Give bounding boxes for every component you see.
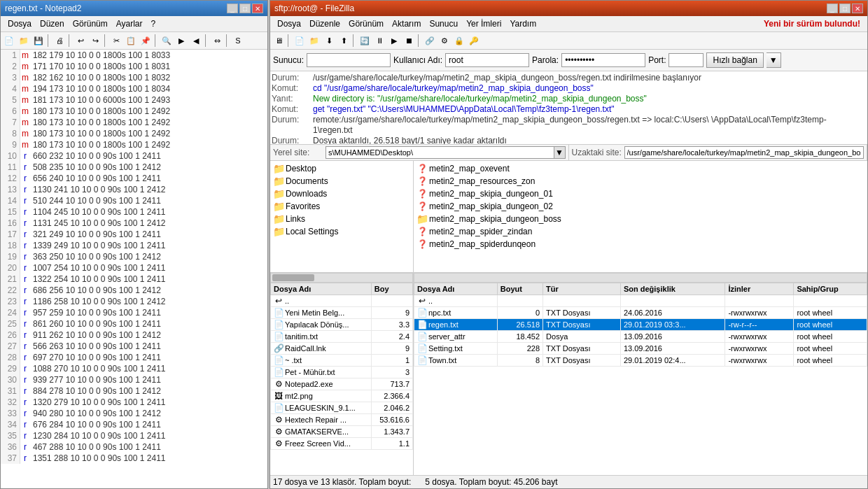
remote-tree-item[interactable]: ❓ metin2_map_spiderdunqeon	[415, 238, 866, 250]
kullanici-input[interactable]	[445, 53, 529, 67]
new-btn[interactable]: 📄	[2, 34, 16, 48]
remote-file-row[interactable]: ↩..	[414, 295, 867, 307]
remote-tree-item[interactable]: ❓ metin2_map_skipia_dungeon_02	[415, 200, 866, 213]
quickconn-button[interactable]: Hızlı bağlan	[706, 52, 763, 68]
fz-tb10[interactable]: ⚙	[438, 34, 451, 48]
remote-col-name[interactable]: Dosya Adı	[414, 283, 498, 295]
local-file-row[interactable]: 📄Pet - Mühür.txt 3	[271, 367, 413, 378]
close-button[interactable]: ✕	[252, 3, 263, 13]
parola-input[interactable]	[561, 53, 645, 67]
maximize-button[interactable]: □	[239, 3, 251, 13]
local-tree-item[interactable]: 📁 Documents	[272, 175, 412, 187]
fz-close-button[interactable]: ✕	[852, 3, 863, 13]
quickconn-dropdown[interactable]: ▼	[766, 52, 781, 68]
remote-tree[interactable]: ❓ metin2_map_oxevent ❓ metin2_map_resour…	[414, 161, 867, 273]
open-btn[interactable]: 📁	[17, 34, 31, 48]
remote-tree-item[interactable]: ❓ metin2_map_skipia_dungeon_01	[415, 187, 866, 200]
local-tree-item[interactable]: 📁 Links	[272, 213, 412, 225]
remote-file-row[interactable]: 📄server_attr 18.452 Dosya 13.09.2016 -rw…	[414, 331, 867, 343]
remote-tree-scrollbar[interactable]	[414, 273, 867, 283]
fz-tb8[interactable]: ⏹	[402, 34, 416, 48]
fz-tb1[interactable]: 📄	[293, 34, 307, 48]
fz-tb5[interactable]: 🔄	[358, 34, 372, 48]
remote-col-size[interactable]: Boyut	[497, 283, 542, 295]
fz-tb12[interactable]: 🔑	[467, 34, 481, 48]
save-btn[interactable]: 💾	[31, 34, 46, 48]
fz-menu-transfer[interactable]: Aktarım	[388, 17, 425, 30]
remote-tree-item[interactable]: ❓ metin2_map_spider_zindan	[415, 225, 866, 238]
local-file-row[interactable]: 📄Yapılacak Dönüş... 3.3	[271, 319, 413, 331]
paste-btn[interactable]: 📌	[139, 34, 153, 48]
fz-maximize-button[interactable]: □	[839, 3, 850, 13]
fz-menu-file[interactable]: Dosya	[273, 17, 305, 30]
remote-tree-item[interactable]: ❓ metin2_map_resources_zon	[415, 175, 866, 187]
local-tree[interactable]: 📁 Desktop 📁 Documents 📁 Downloads 📁 Favo…	[270, 161, 413, 273]
fz-tb2[interactable]: 📁	[307, 34, 321, 48]
fz-minimize-button[interactable]: _	[827, 3, 838, 13]
local-file-row[interactable]: 🔗RaidCall.lnk 9	[271, 343, 413, 355]
cut-btn[interactable]: ✂	[109, 34, 123, 48]
remote-file-row[interactable]: 📄Town.txt 8 TXT Dosyası 29.01.2019 02:4.…	[414, 355, 867, 367]
remote-files[interactable]: Dosya Adı Boyut Tür Son değişiklik İzinl…	[414, 283, 867, 475]
local-file-row[interactable]: ⚙Notepad2.exe 713.7	[271, 378, 413, 390]
findnext-btn[interactable]: ▶	[174, 34, 188, 48]
remote-col-type[interactable]: Tür	[543, 283, 621, 295]
fz-menu-bookmarks[interactable]: Yer İmleri	[462, 17, 505, 30]
menu-settings[interactable]: Ayarlar	[112, 17, 147, 30]
local-col-name[interactable]: Dosya Adı	[271, 283, 372, 295]
find-btn[interactable]: 🔍	[160, 34, 174, 48]
remote-col-date[interactable]: Son değişiklik	[620, 283, 725, 295]
port-input[interactable]	[668, 53, 704, 67]
remote-col-perm[interactable]: İzinler	[725, 283, 794, 295]
minimize-button[interactable]: _	[227, 3, 238, 13]
menu-help[interactable]: ?	[147, 17, 160, 30]
fz-menu-help[interactable]: Yardım	[505, 17, 540, 30]
local-tree-item[interactable]: 📁 Favorites	[272, 200, 412, 213]
remote-tree-item[interactable]: 📁 metin2_map_skipia_dungeon_boss	[415, 213, 866, 225]
fz-menu-server[interactable]: Sunucu	[425, 17, 462, 30]
remote-site-input[interactable]	[624, 146, 864, 159]
local-tree-item[interactable]: 📁 Local Settings	[272, 225, 412, 238]
fz-tb11[interactable]: 🔒	[452, 34, 466, 48]
local-site-input[interactable]	[326, 146, 554, 159]
local-tree-item[interactable]: 📁 Desktop	[272, 162, 412, 175]
copy-btn[interactable]: 📋	[124, 34, 138, 48]
findprev-btn[interactable]: ◀	[189, 34, 203, 48]
local-file-row[interactable]: 📄Yeni Metin Belg... 9	[271, 307, 413, 319]
fz-menu-view[interactable]: Görünüm	[344, 17, 388, 30]
local-file-row[interactable]: 📄LEAGUESKIN_9.1... 2.046.2	[271, 402, 413, 414]
fz-siteman-btn[interactable]: 🖥	[272, 34, 286, 48]
redo-btn[interactable]: ↪	[88, 34, 102, 48]
remote-col-owner[interactable]: Sahip/Grup	[794, 283, 867, 295]
fz-tb9[interactable]: 🔗	[423, 34, 437, 48]
local-file-row[interactable]: ⚙Freez Screen Vid... 1.1	[271, 438, 413, 450]
local-file-row[interactable]: 📄~ .txt 1	[271, 355, 413, 367]
local-file-row[interactable]: 🖼mt2.png 2.366.4	[271, 390, 413, 402]
remote-file-row[interactable]: 📄Setting.txt 228 TXT Dosyası 13.09.2016 …	[414, 343, 867, 355]
sunucu-input[interactable]	[307, 53, 391, 67]
local-file-row[interactable]: ⚙Hextech Repair ... 53.616.6	[271, 414, 413, 426]
new-version-notice[interactable]: Yeni bir sürüm bulundu!	[760, 17, 864, 30]
local-tree-scrollbar[interactable]	[270, 273, 413, 283]
menu-edit[interactable]: Düzen	[36, 17, 69, 30]
menu-file[interactable]: Dosya	[4, 17, 36, 30]
fz-menu-edit[interactable]: Düzenle	[305, 17, 344, 30]
local-site-dropdown[interactable]: ▼	[554, 146, 566, 159]
print-btn[interactable]: 🖨	[52, 34, 66, 48]
local-tree-item[interactable]: 📁 Downloads	[272, 187, 412, 200]
fz-tb6[interactable]: ⏸	[372, 34, 386, 48]
local-files[interactable]: Dosya Adı Boy ↩.. 📄Yeni Metin Belg... 9 …	[270, 283, 413, 475]
schema-btn[interactable]: S	[231, 34, 245, 48]
fz-tb4[interactable]: ⬆	[337, 34, 351, 48]
remote-tree-item[interactable]: ❓ metin2_map_oxevent	[415, 162, 866, 175]
undo-btn[interactable]: ↩	[74, 34, 88, 48]
local-col-size[interactable]: Boy	[371, 283, 412, 295]
notepad-text-area[interactable]: 1 m 182 179 10 10 0 0 1800s 100 1 8033 2…	[1, 50, 267, 488]
local-file-row[interactable]: ⚙GMATAKSERVE... 1.343.7	[271, 426, 413, 438]
remote-file-row[interactable]: 📄regen.txt 26.518 TXT Dosyası 29.01.2019…	[414, 319, 867, 331]
wordwrap-btn[interactable]: ⇔	[210, 34, 224, 48]
local-file-row[interactable]: ↩..	[271, 295, 413, 307]
fz-tb3[interactable]: ⬇	[322, 34, 336, 48]
menu-view[interactable]: Görünüm	[69, 17, 112, 30]
fz-tb7[interactable]: ▶	[387, 34, 401, 48]
